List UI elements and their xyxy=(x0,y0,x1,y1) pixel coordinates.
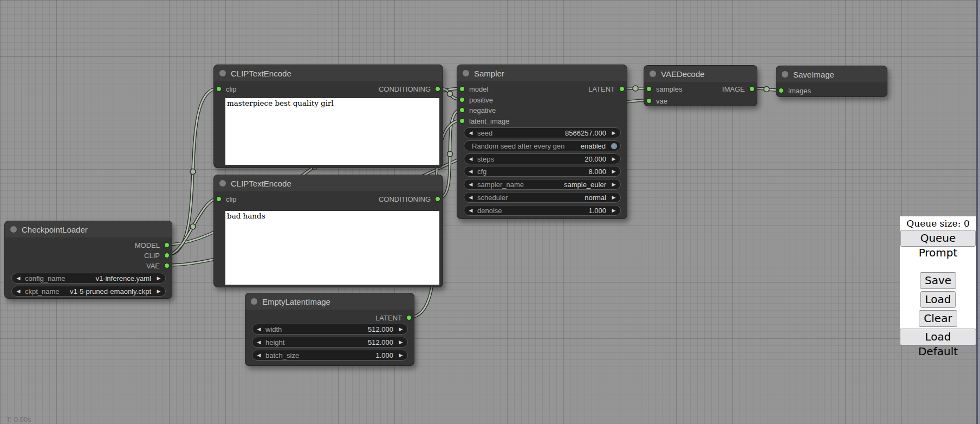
input-port-icon[interactable] xyxy=(459,86,465,92)
output-slot-conditioning[interactable]: CONDITIONING xyxy=(379,83,440,94)
increment-arrow-icon[interactable]: ▶ xyxy=(394,326,407,332)
input-slot-clip[interactable]: clip xyxy=(216,83,237,94)
load-button[interactable]: Load xyxy=(920,291,956,308)
input-port-icon[interactable] xyxy=(459,118,465,124)
widget-scheduler[interactable]: ◀schedulernormal▶ xyxy=(464,192,621,203)
clear-button[interactable]: Clear xyxy=(919,310,957,327)
input-slot-model[interactable]: model xyxy=(459,83,488,94)
queue-prompt-button[interactable]: Queue Prompt xyxy=(900,230,976,247)
widget-height[interactable]: ◀height512.000▶ xyxy=(252,337,408,348)
output-slot-clip[interactable]: CLIP xyxy=(144,250,170,261)
widget-seed[interactable]: ◀seed8566257.000▶ xyxy=(464,127,621,138)
node-emptylatentimage[interactable]: EmptyLatentImageLATENT◀width512.000▶◀hei… xyxy=(245,293,414,366)
input-port-icon[interactable] xyxy=(646,86,652,92)
decrement-arrow-icon[interactable]: ◀ xyxy=(252,326,265,332)
output-port-icon[interactable] xyxy=(406,315,412,320)
load-default-button[interactable]: Load Default xyxy=(900,329,976,345)
output-slot-label: CLIP xyxy=(144,252,160,260)
output-port-icon[interactable] xyxy=(164,242,170,248)
node-cliptextencode[interactable]: CLIPTextEncodeclipCONDITIONING xyxy=(213,175,443,287)
output-port-icon[interactable] xyxy=(619,86,625,92)
output-slot-conditioning[interactable]: CONDITIONING xyxy=(379,194,440,204)
input-port-icon[interactable] xyxy=(216,86,222,92)
node-title-bar[interactable]: EmptyLatentImage xyxy=(245,293,414,310)
decrement-arrow-icon[interactable]: ◀ xyxy=(464,195,477,200)
node-cliptextencode[interactable]: CLIPTextEncodeclipCONDITIONING xyxy=(213,65,443,168)
output-slot-label: MODEL xyxy=(135,241,160,249)
collapse-dot-icon[interactable] xyxy=(10,226,17,233)
widget-denoise[interactable]: ◀denoise1.000▶ xyxy=(464,205,621,216)
decrement-arrow-icon[interactable]: ◀ xyxy=(12,275,25,281)
increment-arrow-icon[interactable]: ▶ xyxy=(607,195,620,200)
decrement-arrow-icon[interactable]: ◀ xyxy=(464,208,477,213)
node-title-bar[interactable]: Sampler xyxy=(457,65,627,81)
input-slot-latent_image[interactable]: latent_image xyxy=(459,115,509,126)
output-slot-latent[interactable]: LATENT xyxy=(588,83,625,94)
decrement-arrow-icon[interactable]: ◀ xyxy=(464,182,477,187)
decrement-arrow-icon[interactable]: ◀ xyxy=(12,288,25,294)
node-title-bar[interactable]: VAEDecode xyxy=(644,66,757,82)
collapse-dot-icon[interactable] xyxy=(782,71,788,78)
increment-arrow-icon[interactable]: ▶ xyxy=(394,352,407,358)
input-slot-images[interactable]: images xyxy=(778,85,811,96)
input-slot-positive[interactable]: positive xyxy=(459,94,493,105)
node-title-bar[interactable]: CLIPTextEncode xyxy=(214,175,443,191)
increment-arrow-icon[interactable]: ▶ xyxy=(607,208,620,213)
increment-arrow-icon[interactable]: ▶ xyxy=(607,169,620,174)
decrement-arrow-icon[interactable]: ◀ xyxy=(464,156,477,162)
widget-sampler_name[interactable]: ◀sampler_namesample_euler▶ xyxy=(464,179,621,190)
increment-arrow-icon[interactable]: ▶ xyxy=(152,275,165,281)
input-slot-label: vae xyxy=(656,97,667,105)
node-title-bar[interactable]: SaveImage xyxy=(776,66,887,82)
output-port-icon[interactable] xyxy=(435,86,440,92)
node-sampler[interactable]: Samplermodelpositivenegativelatent_image… xyxy=(457,65,627,219)
decrement-arrow-icon[interactable]: ◀ xyxy=(464,130,477,136)
increment-arrow-icon[interactable]: ▶ xyxy=(152,288,165,294)
output-port-icon[interactable] xyxy=(435,196,440,202)
increment-arrow-icon[interactable]: ▶ xyxy=(607,156,620,162)
node-saveimage[interactable]: SaveImageimages xyxy=(776,66,887,97)
increment-arrow-icon[interactable]: ▶ xyxy=(607,182,620,187)
node-checkpointloader[interactable]: CheckpointLoaderMODELCLIPVAE◀config_name… xyxy=(4,221,172,299)
decrement-arrow-icon[interactable]: ◀ xyxy=(464,169,477,174)
input-port-icon[interactable] xyxy=(646,98,652,104)
output-port-icon[interactable] xyxy=(749,86,755,92)
input-slot-negative[interactable]: negative xyxy=(459,105,496,115)
collapse-dot-icon[interactable] xyxy=(219,70,226,76)
widget-config_name[interactable]: ◀config_namev1-inference.yaml▶ xyxy=(11,273,166,284)
output-port-icon[interactable] xyxy=(164,263,170,268)
decrement-arrow-icon[interactable]: ◀ xyxy=(252,339,265,345)
toggle-knob-icon[interactable] xyxy=(611,143,618,150)
prompt-textarea[interactable] xyxy=(225,211,439,285)
output-slot-vae[interactable]: VAE xyxy=(146,260,170,271)
prompt-textarea[interactable] xyxy=(225,98,439,165)
input-port-icon[interactable] xyxy=(778,88,784,93)
collapse-dot-icon[interactable] xyxy=(650,70,656,77)
widget-steps[interactable]: ◀steps20.000▶ xyxy=(464,153,621,164)
decrement-arrow-icon[interactable]: ◀ xyxy=(252,352,265,358)
output-port-icon[interactable] xyxy=(164,253,170,258)
input-port-icon[interactable] xyxy=(459,107,465,113)
collapse-dot-icon[interactable] xyxy=(251,298,257,305)
collapse-dot-icon[interactable] xyxy=(463,70,469,76)
save-button[interactable]: Save xyxy=(920,272,956,289)
increment-arrow-icon[interactable]: ▶ xyxy=(607,130,620,136)
widget-width[interactable]: ◀width512.000▶ xyxy=(252,324,408,335)
node-title-bar[interactable]: CheckpointLoader xyxy=(5,221,172,237)
collapse-dot-icon[interactable] xyxy=(219,180,226,187)
widget-ckpt_name[interactable]: ◀ckpt_namev1-5-pruned-emaonly.ckpt▶ xyxy=(11,286,166,297)
increment-arrow-icon[interactable]: ▶ xyxy=(394,339,407,345)
output-slot-model[interactable]: MODEL xyxy=(135,240,170,250)
node-title-bar[interactable]: CLIPTextEncode xyxy=(214,65,443,81)
output-slot-image[interactable]: IMAGE xyxy=(722,83,755,94)
input-slot-clip[interactable]: clip xyxy=(216,194,237,204)
widget-cfg[interactable]: ◀cfg8.000▶ xyxy=(464,166,621,177)
widget-random-seed-after-every-gen[interactable]: Random seed after every genenabled xyxy=(464,140,621,151)
input-slot-samples[interactable]: samples xyxy=(646,83,682,94)
node-vaedecode[interactable]: VAEDecodesamplesvaeIMAGE xyxy=(644,65,757,106)
input-port-icon[interactable] xyxy=(459,97,465,102)
input-port-icon[interactable] xyxy=(216,196,222,202)
output-slot-latent[interactable]: LATENT xyxy=(375,312,412,323)
input-slot-vae[interactable]: vae xyxy=(646,95,667,106)
widget-batch_size[interactable]: ◀batch_size1.000▶ xyxy=(252,350,408,361)
